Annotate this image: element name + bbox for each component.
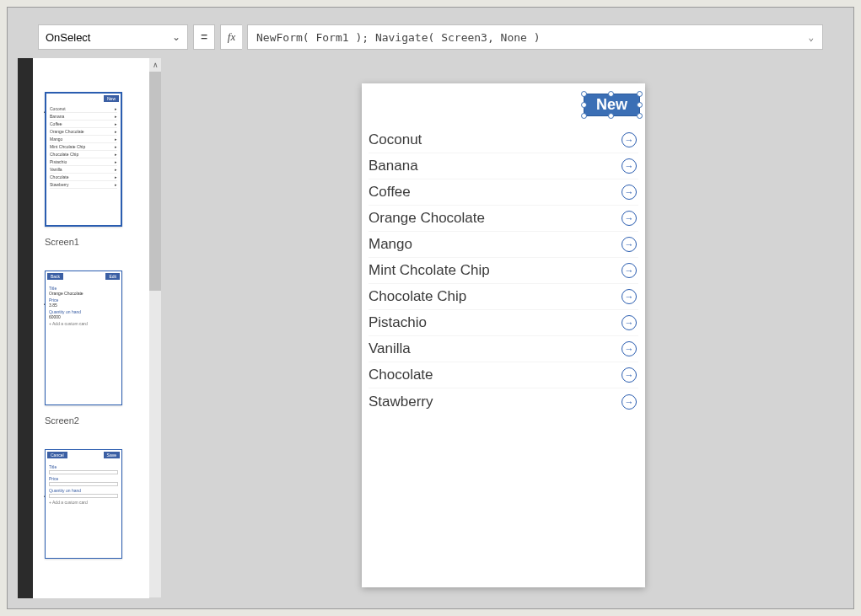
arrow-right-icon[interactable]: → xyxy=(622,315,637,330)
resize-handle-icon[interactable] xyxy=(637,113,643,119)
property-select[interactable]: OnSelect ⌄ xyxy=(38,24,188,50)
thumb-back-button: Back xyxy=(47,273,63,280)
new-button-label: New xyxy=(596,96,627,113)
list-item[interactable]: Stawberry → xyxy=(369,388,638,415)
scroll-up-icon[interactable]: ∧ xyxy=(149,58,161,72)
arrow-right-icon[interactable]: → xyxy=(622,132,637,147)
screen-thumbnail-3[interactable]: Cancel Save Title Price Quantity on hand… xyxy=(45,449,137,559)
arrow-right-icon[interactable]: → xyxy=(622,367,637,383)
item-label: Mint Chcolate Chip xyxy=(369,262,490,279)
app-frame: OnSelect ⌄ = fx NewForm( Form1 ); Naviga… xyxy=(7,7,854,609)
scrollbar[interactable]: ∧ xyxy=(149,58,161,597)
item-label: Vanilla xyxy=(369,340,411,357)
formula-input[interactable]: NewForm( Form1 ); Navigate( Screen3, Non… xyxy=(247,24,823,50)
resize-handle-icon[interactable] xyxy=(637,91,643,97)
screen-name[interactable]: Screen2 xyxy=(45,415,137,426)
item-label: Stawberry xyxy=(369,394,433,410)
list-item[interactable]: Pistachio → xyxy=(369,310,638,336)
formula-text: NewForm( Form1 ); Navigate( Screen3, Non… xyxy=(256,31,541,44)
item-label: Coffee xyxy=(369,184,411,201)
screens-panel: ... New Coconut▸ Banana▸ Coffee▸ Orange … xyxy=(33,58,149,598)
arrow-right-icon[interactable]: → xyxy=(622,289,637,304)
list-item[interactable]: Coconut → xyxy=(369,127,638,153)
item-label: Coconut xyxy=(369,131,422,148)
thumb-save-button: Save xyxy=(104,452,120,458)
property-select-value: OnSelect xyxy=(46,31,90,44)
list-item[interactable]: Mango → xyxy=(369,232,638,258)
item-label: Pistachio xyxy=(369,314,427,331)
item-label: Chocolate Chip xyxy=(369,288,466,305)
thumb-form: Title Orange Chocolate Price 3.85 Quanti… xyxy=(46,281,121,329)
resize-handle-icon[interactable] xyxy=(581,113,587,119)
thumbnail-preview: Back Edit Title Orange Chocolate Price 3… xyxy=(45,271,122,405)
thumb-form: Title Price Quantity on hand + Add a cus… xyxy=(46,460,121,507)
arrow-right-icon[interactable]: → xyxy=(622,185,637,200)
new-button[interactable]: New xyxy=(584,94,640,116)
resize-handle-icon[interactable] xyxy=(637,102,643,108)
screen-thumbnail-1[interactable]: New Coconut▸ Banana▸ Coffee▸ Orange Choc… xyxy=(45,92,137,247)
list-item[interactable]: Chocolate Chip → xyxy=(369,284,638,310)
equals-label: = xyxy=(193,24,215,50)
chevron-down-icon: ⌄ xyxy=(172,31,180,43)
thumb-new-button: New xyxy=(104,95,119,102)
arrow-right-icon[interactable]: → xyxy=(622,211,637,226)
thumb-list: Coconut▸ Banana▸ Coffee▸ Orange Chocolat… xyxy=(46,104,121,190)
thumbnail-preview: New Coconut▸ Banana▸ Coffee▸ Orange Choc… xyxy=(45,92,122,227)
arrow-right-icon[interactable]: → xyxy=(622,237,637,252)
list-item[interactable]: Coffee → xyxy=(369,179,638,206)
scroll-thumb[interactable] xyxy=(149,72,161,291)
resize-handle-icon[interactable] xyxy=(581,102,587,108)
thumb-cancel-button: Cancel xyxy=(47,452,67,458)
chevron-down-icon[interactable]: ⌄ xyxy=(808,32,814,43)
arrow-right-icon[interactable]: → xyxy=(622,394,637,410)
gallery[interactable]: Coconut → Banana → Coffee → Orange Choco… xyxy=(362,121,645,415)
resize-handle-icon[interactable] xyxy=(581,91,587,97)
design-canvas[interactable]: New Coconut → Banana → xyxy=(362,83,645,587)
list-item[interactable]: Orange Chocolate → xyxy=(369,206,638,232)
item-label: Mango xyxy=(369,236,412,253)
fx-icon: fx xyxy=(220,24,242,50)
new-button-selection[interactable]: New xyxy=(584,94,640,116)
arrow-right-icon[interactable]: → xyxy=(622,263,637,278)
arrow-right-icon[interactable]: → xyxy=(622,158,637,174)
canvas-header: New xyxy=(362,83,645,121)
thumbnail-preview: Cancel Save Title Price Quantity on hand… xyxy=(45,449,122,559)
list-item[interactable]: Chocolate → xyxy=(369,362,638,388)
item-label: Orange Chocolate xyxy=(369,210,485,227)
screen-thumbnail-2[interactable]: Back Edit Title Orange Chocolate Price 3… xyxy=(45,271,137,426)
formula-bar: OnSelect ⌄ = fx NewForm( Form1 ); Naviga… xyxy=(38,24,823,50)
arrow-right-icon[interactable]: → xyxy=(622,341,637,356)
thumb-edit-button: Edit xyxy=(105,273,120,280)
list-item[interactable]: Vanilla → xyxy=(369,336,638,362)
resize-handle-icon[interactable] xyxy=(608,113,614,119)
screen-name[interactable]: Screen1 xyxy=(45,237,137,247)
list-item[interactable]: Banana → xyxy=(369,153,638,179)
list-item[interactable]: Mint Chcolate Chip → xyxy=(369,258,638,284)
item-label: Banana xyxy=(369,158,418,174)
item-label: Chocolate xyxy=(369,367,433,383)
